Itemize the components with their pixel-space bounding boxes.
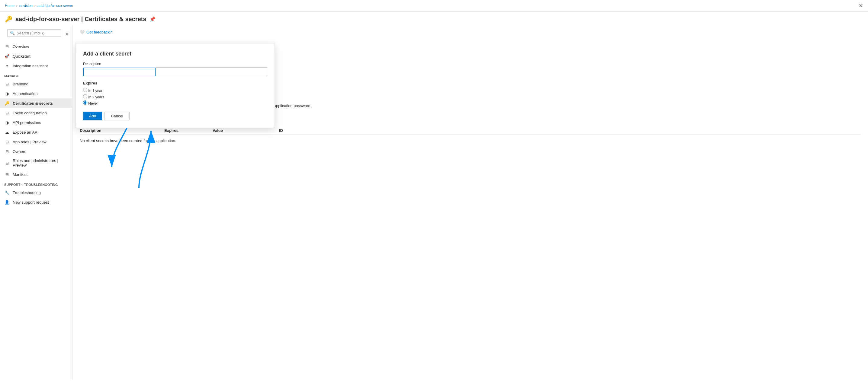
top-bar: Home › envision › aad-idp-for-sso-server… — [0, 0, 868, 12]
sidebar-item-overview[interactable]: ⊞ Overview — [0, 42, 72, 51]
sidebar-item-label: Branding — [13, 82, 28, 86]
sidebar-item-roles[interactable]: ⊞ Roles and administrators | Preview — [0, 156, 72, 170]
sidebar-item-label: New support request — [13, 200, 49, 205]
manifest-icon: ⊞ — [4, 172, 10, 177]
no-secrets-message: No client secrets have been created for … — [80, 135, 861, 147]
sidebar-item-label: API permissions — [13, 120, 41, 125]
feedback-heart-icon: 🤍 — [80, 30, 85, 34]
description-input[interactable]: aad-idp-for-sso-server — [83, 68, 156, 76]
authentication-icon: ◑ — [4, 91, 10, 96]
col-id: ID — [279, 128, 861, 133]
expires-option-2years[interactable]: In 2 years — [83, 94, 267, 99]
col-expires: Expires — [164, 128, 213, 133]
sidebar-item-integration[interactable]: ✦ Integration assistant — [0, 61, 72, 71]
expires-section: Expires In 1 year In 2 years Never — [83, 81, 267, 106]
expose-icon: ☁ — [4, 130, 10, 135]
certificates-icon: 🔑 — [4, 101, 10, 106]
breadcrumb-envision[interactable]: envision — [19, 4, 33, 8]
sidebar-item-label: App roles | Preview — [13, 140, 46, 144]
pin-icon[interactable]: 📌 — [150, 16, 156, 22]
quickstart-icon: 🚀 — [4, 54, 10, 59]
expires-radio-2years[interactable] — [83, 94, 87, 98]
feedback-label: Got feedback? — [86, 30, 112, 34]
sidebar-item-label: Overview — [13, 44, 29, 49]
description-input-row: aad-idp-for-sso-server — [83, 67, 267, 76]
description-input-extension — [156, 67, 267, 76]
api-icon: ◑ — [4, 120, 10, 125]
add-button[interactable]: Add — [83, 112, 102, 120]
add-client-secret-dialog: Add a client secret Description aad-idp-… — [75, 43, 275, 128]
sidebar-item-authentication[interactable]: ◑ Authentication — [0, 89, 72, 98]
collapse-button[interactable]: « — [66, 31, 68, 36]
overview-icon: ⊞ — [4, 44, 10, 49]
expires-option-never[interactable]: Never — [83, 101, 267, 106]
troubleshooting-icon: 🔧 — [4, 190, 10, 195]
sidebar-item-label: Token configuration — [13, 111, 47, 115]
expires-radio-1year[interactable] — [83, 88, 87, 92]
sidebar-item-certificates[interactable]: 🔑 Certificates & secrets — [0, 98, 72, 108]
sidebar: 🔍 « ⊞ Overview 🚀 Quickstart ✦ Integratio… — [0, 25, 72, 380]
expires-never-label: Never — [88, 101, 98, 106]
support-section-label: Support + Troubleshooting — [0, 179, 72, 188]
sidebar-item-label: Troubleshooting — [13, 190, 41, 195]
breadcrumb-app[interactable]: aad-idp-for-sso-server — [37, 4, 73, 8]
expires-2years-label: In 2 years — [88, 95, 104, 99]
expires-1year-label: In 1 year — [88, 89, 102, 93]
branding-icon: ⊞ — [4, 81, 10, 86]
col-description: Description — [80, 128, 164, 133]
sidebar-item-expose[interactable]: ☁ Expose an API — [0, 127, 72, 137]
sidebar-item-label: Authentication — [13, 92, 37, 96]
manage-section-label: Manage — [0, 71, 72, 79]
sidebar-item-label: Expose an API — [13, 130, 38, 135]
roles-icon: ⊞ — [4, 160, 10, 166]
sidebar-item-label: Manifest — [13, 172, 28, 177]
sidebar-item-api[interactable]: ◑ API permissions — [0, 118, 72, 127]
dialog-title: Add a client secret — [83, 51, 267, 57]
integration-icon: ✦ — [4, 63, 10, 69]
sidebar-search-container[interactable]: 🔍 — [7, 29, 61, 37]
sidebar-item-newsupport[interactable]: 👤 New support request — [0, 197, 72, 207]
expires-label: Expires — [83, 81, 267, 85]
feedback-link[interactable]: 🤍 Got feedback? — [80, 30, 861, 34]
sidebar-item-quickstart[interactable]: 🚀 Quickstart — [0, 51, 72, 61]
sidebar-item-manifest[interactable]: ⊞ Manifest — [0, 170, 72, 179]
dialog-actions: Add Cancel — [83, 112, 267, 120]
token-icon: ⊞ — [4, 110, 10, 115]
owners-icon: ⊞ — [4, 149, 10, 154]
description-label: Description — [83, 62, 267, 66]
sidebar-item-branding[interactable]: ⊞ Branding — [0, 79, 72, 89]
sidebar-item-owners[interactable]: ⊞ Owners — [0, 147, 72, 156]
approles-icon: ⊞ — [4, 139, 10, 144]
sidebar-item-label: Owners — [13, 149, 26, 154]
sidebar-item-label: Roles and administrators | Preview — [13, 159, 68, 168]
search-input[interactable] — [17, 31, 58, 35]
page-header: 🔑 aad-idp-for-sso-server | Certificates … — [0, 12, 868, 25]
newsupport-icon: 👤 — [4, 200, 10, 205]
sidebar-item-label: Certificates & secrets — [13, 101, 53, 106]
sidebar-item-troubleshooting[interactable]: 🔧 Troubleshooting — [0, 188, 72, 197]
breadcrumb: Home › envision › aad-idp-for-sso-server — [5, 4, 73, 8]
cancel-button[interactable]: Cancel — [104, 112, 129, 120]
expires-radio-never[interactable] — [83, 101, 87, 105]
sidebar-item-label: Quickstart — [13, 54, 31, 59]
sidebar-item-approles[interactable]: ⊞ App roles | Preview — [0, 137, 72, 147]
page-title: aad-idp-for-sso-server | Certificates & … — [16, 16, 147, 23]
sidebar-item-label: Integration assistant — [13, 64, 48, 68]
expires-option-1year[interactable]: In 1 year — [83, 88, 267, 93]
col-value: Value — [213, 128, 279, 133]
sidebar-item-token[interactable]: ⊞ Token configuration — [0, 108, 72, 118]
main-layout: 🔍 « ⊞ Overview 🚀 Quickstart ✦ Integratio… — [0, 25, 868, 380]
key-icon: 🔑 — [5, 15, 12, 23]
search-icon: 🔍 — [10, 31, 15, 35]
content-area: 🤍 Got feedback? Add a client secret Desc… — [72, 25, 868, 380]
breadcrumb-home[interactable]: Home — [5, 4, 14, 8]
close-button[interactable]: ✕ — [859, 2, 863, 9]
